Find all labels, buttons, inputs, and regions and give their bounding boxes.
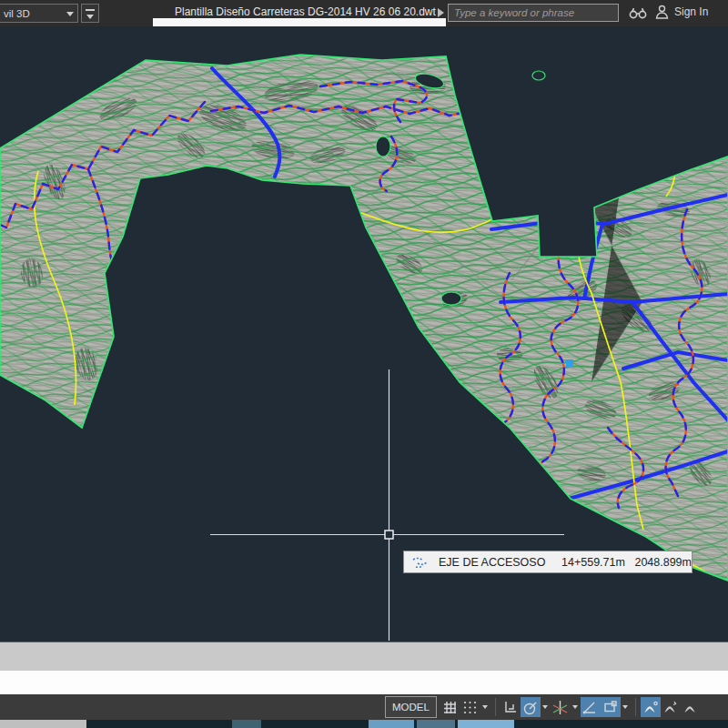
dynamic-input-toggle[interactable] — [641, 697, 661, 717]
menu-bar-icon — [86, 9, 95, 11]
status-divider — [495, 698, 496, 716]
taskbar-edge — [0, 720, 728, 728]
status-bar: MODEL — [0, 694, 728, 720]
chevron-down-icon[interactable] — [541, 697, 551, 717]
rollover-tooltip: EJE DE ACCESO SO 14+559.71m 2048.899m — [403, 551, 693, 573]
ribbon-strip — [153, 18, 446, 26]
model-space-button[interactable]: MODEL — [385, 696, 437, 718]
play-arrow-icon[interactable] — [438, 8, 444, 17]
object-snap-toggle[interactable] — [601, 697, 621, 717]
taskbar-block[interactable] — [369, 720, 414, 728]
terrain-contours — [0, 26, 728, 642]
quick-access-customize-button[interactable] — [81, 4, 99, 23]
title-bar: vil 3D Plantilla Diseño Carreteras DG-20… — [0, 0, 728, 26]
isometric-drafting-icon — [551, 698, 570, 717]
model-space-viewport[interactable] — [0, 26, 728, 642]
object-snap-tracking-toggle[interactable] — [581, 697, 601, 717]
search-binoculars-icon[interactable] — [628, 5, 648, 24]
status-divider — [635, 698, 636, 716]
workspace-dropdown[interactable]: vil 3D — [0, 4, 78, 23]
tooltip-direction: SO — [529, 556, 561, 569]
ortho-icon — [500, 698, 520, 717]
taskbar-block[interactable] — [417, 720, 455, 728]
command-history-panel[interactable] — [0, 642, 728, 671]
command-input-line[interactable] — [0, 671, 728, 694]
sign-in-button[interactable]: Sign In — [655, 5, 708, 19]
selection-cycling-icon — [681, 698, 700, 717]
snap-icon — [460, 698, 480, 717]
object-snap-tracking-icon — [581, 698, 600, 717]
chevron-down-icon — [86, 15, 94, 19]
search-input[interactable]: Type a keyword or phrase — [448, 4, 619, 22]
selected-point-marker[interactable] — [566, 359, 573, 367]
pickbox — [385, 531, 393, 539]
polar-tracking-toggle[interactable] — [521, 697, 541, 717]
snap-toggle[interactable] — [460, 697, 480, 717]
chevron-down-icon[interactable] — [480, 697, 490, 717]
tooltip-object-name: EJE DE ACCESO — [439, 556, 529, 569]
isometric-drafting-toggle[interactable] — [551, 697, 571, 717]
alignment-icon — [411, 555, 430, 570]
workspace-label: vil 3D — [4, 8, 30, 19]
chevron-down-icon[interactable] — [621, 697, 631, 717]
tooltip-station: 14+559.71m — [561, 556, 634, 569]
chevron-down-icon[interactable] — [571, 697, 581, 717]
quick-properties-toggle[interactable] — [661, 697, 681, 717]
civil3d-window: vil 3D Plantilla Diseño Carreteras DG-20… — [0, 0, 728, 728]
sign-in-label: Sign In — [674, 5, 708, 18]
user-icon — [655, 5, 669, 19]
model-label: MODEL — [392, 702, 430, 713]
quick-properties-icon — [661, 698, 680, 717]
taskbar-block[interactable] — [232, 720, 261, 728]
dynamic-input-icon — [641, 698, 660, 717]
document-title: Plantilla Diseño Carreteras DG-2014 HV 2… — [175, 5, 436, 18]
taskbar-block[interactable] — [458, 720, 514, 728]
search-placeholder: Type a keyword or phrase — [454, 7, 574, 18]
chevron-down-icon — [66, 12, 74, 16]
grid-toggle[interactable] — [440, 697, 460, 717]
selection-cycling-toggle[interactable] — [681, 697, 701, 717]
tooltip-elevation: 2048.899m — [634, 556, 692, 569]
grid-icon — [440, 698, 460, 717]
terrain-surface-map — [0, 26, 728, 642]
ortho-toggle[interactable] — [500, 697, 521, 717]
polar-tracking-icon — [521, 698, 540, 717]
taskbar-block[interactable] — [0, 720, 86, 728]
object-snap-icon — [601, 698, 620, 717]
